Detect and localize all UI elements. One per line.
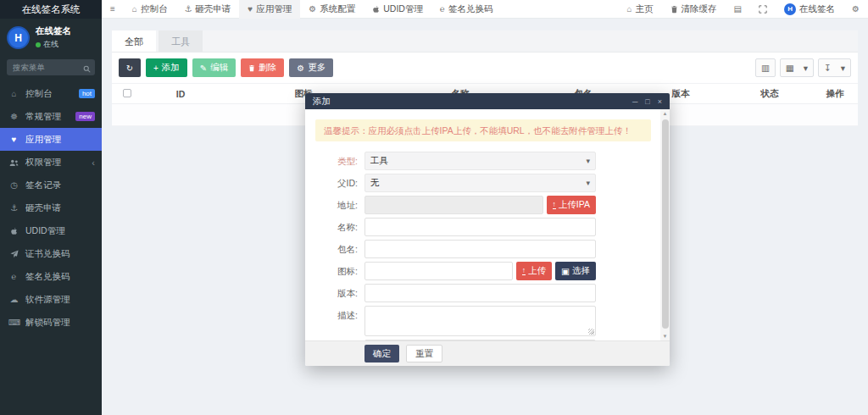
resize-grip[interactable] (588, 329, 594, 335)
refresh-button[interactable]: ↻ (119, 58, 141, 77)
parent-id-select[interactable]: 无 ▾ (364, 174, 596, 192)
header-action: 操作 (812, 88, 858, 100)
close-icon[interactable]: × (658, 97, 662, 106)
select-all-checkbox[interactable] (123, 89, 131, 97)
nav-item-console[interactable]: ⌂ 控制台 (124, 0, 176, 19)
description-textarea[interactable] (364, 306, 596, 336)
sidebar-toggle-button[interactable]: ≡ (102, 0, 124, 19)
sidebar: 在线签名系统 H 在线签名 在线 ⌂ 控制台 hot ☸ 常规管理 new ♥ … (0, 0, 102, 415)
apple-icon (372, 4, 380, 14)
form-row-clipped (315, 340, 670, 340)
name-input[interactable] (364, 218, 596, 236)
nav-home-button[interactable]: ⌂ 主页 (619, 0, 662, 19)
sidebar-item-software-source[interactable]: ☁ 软件源管理 (0, 288, 102, 311)
sidebar-item-unlock-codes[interactable]: ⌨ 解锁码管理 (0, 311, 102, 334)
version-label-text: 版本 (337, 288, 355, 298)
icon-input[interactable] (364, 262, 513, 280)
search-icon (83, 62, 91, 75)
toggle-columns-button[interactable]: ▥ (755, 58, 776, 77)
sidebar-item-cert-codes[interactable]: 证书兑换码 (0, 242, 102, 265)
hamburger-icon: ≡ (110, 4, 115, 14)
more-label: 更多 (308, 62, 326, 74)
nav-item-udid[interactable]: UDID管理 (364, 0, 431, 19)
keyboard-icon: ⌨ (8, 318, 19, 327)
upload-ipa-button[interactable]: ↑ 上传IPA (547, 196, 596, 214)
scroll-down-icon[interactable]: ▼ (660, 334, 670, 339)
icon-label-text: 图标 (337, 266, 355, 276)
minimize-icon[interactable]: ─ (632, 97, 637, 106)
more-button[interactable]: ⚙更多 (289, 58, 333, 77)
description-label-text: 描述 (337, 310, 355, 320)
avatar-letter: H (787, 5, 793, 13)
maximize-icon[interactable]: □ (645, 97, 649, 106)
online-status-dot (36, 42, 41, 47)
sidebar-item-label: 权限管理 (25, 157, 61, 169)
trash-icon (248, 64, 255, 73)
form-row-package: 包名: (315, 240, 670, 258)
nav-item-shell-dump[interactable]: ⚓ 砸壳申请 (175, 0, 239, 19)
confirm-button[interactable]: 确定 (364, 345, 399, 362)
scrollbar-thumb[interactable] (662, 119, 669, 329)
refresh-icon: ↻ (126, 64, 133, 73)
version-input[interactable] (364, 284, 596, 302)
type-select[interactable]: 工具 ▾ (364, 152, 596, 170)
scroll-up-icon[interactable]: ▲ (660, 111, 670, 116)
nav-item-apps[interactable]: ♥ 应用管理 (239, 0, 300, 19)
choose-icon-button[interactable]: ▣ 选择 (555, 262, 596, 280)
reset-button[interactable]: 重置 (406, 345, 442, 362)
export-button[interactable]: ↧ ▾ (818, 58, 851, 77)
user-menu[interactable]: H 在线签名 (776, 0, 843, 19)
nav-item-label: 系统配置 (320, 3, 355, 15)
select-all-cell (112, 89, 142, 99)
add-button[interactable]: +添加 (146, 58, 187, 77)
tab-tools[interactable]: 工具 (159, 30, 203, 52)
toolbar-right: ▥ ▦ ▾ ↧ ▾ (755, 58, 851, 77)
form-row-name: 名称: (315, 218, 670, 236)
layout-grid-button[interactable]: ▦ ▾ (780, 58, 814, 77)
sidebar-item-general[interactable]: ☸ 常规管理 new (0, 105, 102, 128)
sidebar-item-sign-records[interactable]: ◷ 签名记录 (0, 174, 102, 196)
dialog-scrollbar: ▲ ▼ (660, 109, 670, 340)
clear-cache-button[interactable]: 清除缓存 (662, 0, 726, 19)
nav-item-system-config[interactable]: ⚙ 系统配置 (300, 0, 364, 19)
logo-letter: H (14, 32, 22, 44)
icon-label: 图标: (315, 262, 358, 280)
cloud-icon: ☁ (8, 295, 19, 304)
name-label-text: 名称 (337, 222, 355, 232)
sidebar-item-label: 证书兑换码 (25, 248, 70, 260)
hot-badge: hot (79, 89, 95, 98)
address-label: 地址: (315, 196, 358, 214)
parent-label: 父ID: (315, 174, 358, 192)
clipped-input[interactable] (364, 340, 596, 340)
sidebar-item-label: 软件源管理 (25, 294, 70, 306)
paper-plane-icon (8, 249, 19, 258)
anchor-icon: ⚓ (184, 4, 192, 14)
delete-button[interactable]: 删除 (241, 58, 284, 77)
nodes-icon: ☸ (8, 112, 19, 121)
form-row-icon: 图标: ↑ 上传 ▣ 选择 (315, 262, 670, 280)
user-panel: H 在线签名 在线 (0, 19, 102, 55)
sidebar-item-shell-dump[interactable]: ⚓ 砸壳申请 (0, 196, 102, 219)
upload-icon-button[interactable]: ↑ 上传 (516, 262, 552, 280)
menu-search-input[interactable] (7, 59, 95, 75)
sidebar-item-udid[interactable]: UDID管理 (0, 219, 102, 242)
dialog-titlebar[interactable]: 添加 ─ □ × (305, 93, 670, 109)
header-status: 状态 (727, 88, 812, 100)
nav-item-label: 控制台 (141, 3, 168, 15)
settings-button[interactable]: ⚙ (843, 0, 868, 19)
app-logo[interactable]: H (7, 26, 30, 49)
fullscreen-button[interactable] (750, 0, 776, 19)
language-button[interactable]: ▤ (726, 0, 750, 19)
sidebar-item-apps[interactable]: ♥ 应用管理 (0, 128, 102, 151)
sidebar-item-permissions[interactable]: 权限管理 ‹ (0, 151, 102, 174)
edit-button[interactable]: ✎编辑 (192, 58, 236, 77)
tab-all[interactable]: 全部 (112, 30, 156, 52)
sidebar-item-console[interactable]: ⌂ 控制台 hot (0, 82, 102, 105)
choose-label: 选择 (572, 265, 590, 277)
package-input[interactable] (364, 240, 596, 258)
package-label: 包名: (315, 240, 358, 258)
sidebar-item-label: UDID管理 (25, 225, 65, 237)
sidebar-item-sign-codes[interactable]: ℮ 签名兑换码 (0, 265, 102, 288)
nav-item-sign-codes[interactable]: ℮ 签名兑换码 (431, 0, 502, 19)
upload-icon: ↑ (522, 267, 526, 275)
